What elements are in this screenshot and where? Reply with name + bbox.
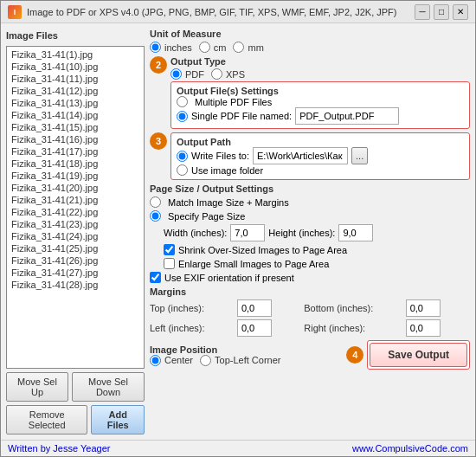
list-item[interactable]: Fizika_31-41(25).jpg xyxy=(9,242,142,254)
enlarge-checkbox[interactable] xyxy=(164,258,175,269)
write-path-input[interactable] xyxy=(253,147,348,164)
list-item[interactable]: Fizika_31-41(26).jpg xyxy=(9,254,142,267)
shrink-checkbox[interactable] xyxy=(164,244,175,255)
unit-mm-radio[interactable] xyxy=(233,42,244,53)
move-sel-down-button[interactable]: Move Sel Down xyxy=(72,372,145,402)
list-item[interactable]: Fizika_31-41(15).jpg xyxy=(9,121,142,133)
close-button[interactable]: ✕ xyxy=(453,4,468,20)
specify-page-radio[interactable] xyxy=(150,210,161,222)
write-files-label: Write Files to: xyxy=(191,151,249,161)
output-files-label: Output File(s) Settings xyxy=(177,86,464,96)
margins-section: Margins Top (inches): Bottom (inches): L… xyxy=(150,286,470,337)
unit-inches-label: inches xyxy=(164,42,192,53)
unit-cm-label: cm xyxy=(214,42,227,53)
right-margin-input[interactable] xyxy=(406,319,441,337)
main-window: I Image to PDF or XPS v4.0 (JPG, PNG, BM… xyxy=(0,0,476,457)
exif-label: Use EXIF orientation if present xyxy=(164,273,294,283)
width-input[interactable] xyxy=(230,224,265,241)
list-item[interactable]: Fizika_31-41(11).jpg xyxy=(9,73,142,85)
minimize-button[interactable]: ─ xyxy=(415,4,430,20)
list-item[interactable]: Fizika_31-41(19).jpg xyxy=(9,170,142,182)
list-item[interactable]: Fizika_31-41(22).jpg xyxy=(9,206,142,218)
move-sel-up-button[interactable]: Move Sel Up xyxy=(6,372,68,402)
unit-label: Unit of Measure xyxy=(150,29,470,39)
unit-inches-radio[interactable] xyxy=(150,42,161,53)
output-xps-label: XPS xyxy=(226,69,245,80)
height-input[interactable] xyxy=(338,224,373,241)
top-left-radio[interactable] xyxy=(200,355,211,366)
list-item[interactable]: Fizika_31-41(10).jpg xyxy=(9,61,142,73)
top-label: Top (inches): xyxy=(150,303,235,313)
list-item[interactable]: Fizika_31-41(27).jpg xyxy=(9,267,142,279)
single-pdf-filename-input[interactable] xyxy=(295,107,399,125)
image-folder-radio[interactable] xyxy=(177,164,188,176)
list-item[interactable]: Fizika_31-41(28).jpg xyxy=(9,279,142,291)
list-item[interactable]: Fizika_31-41(21).jpg xyxy=(9,194,142,206)
list-item[interactable]: Fizika_31-41(16).jpg xyxy=(9,133,142,145)
footer: Written by Jesse Yeager www.CompulsiveCo… xyxy=(1,440,475,456)
remove-selected-button[interactable]: Remove Selected xyxy=(6,405,87,434)
center-radio[interactable] xyxy=(150,355,161,366)
author-link[interactable]: Written by Jesse Yeager xyxy=(8,443,110,454)
top-margin-input[interactable] xyxy=(237,299,272,317)
output-type-row: 2 Output Type PDF XPS xyxy=(150,56,470,129)
list-item[interactable]: Fizika_31-41(13).jpg xyxy=(9,97,142,109)
left-label: Left (inches): xyxy=(150,323,235,333)
multiple-pdf-radio[interactable] xyxy=(177,96,188,107)
unit-cm-radio[interactable] xyxy=(199,42,210,53)
specify-page-label: Specify Page Size xyxy=(168,211,245,222)
output-type-options-row: PDF XPS xyxy=(170,68,470,80)
image-position-wrap: Image Position Center Top-Left Corner xyxy=(150,344,343,366)
enlarge-row: Enlarge Small Images to Page Area xyxy=(150,258,470,269)
right-label: Right (inches): xyxy=(304,323,402,333)
write-files-radio[interactable] xyxy=(177,151,188,162)
shrink-label: Shrink Over-Sized Images to Page Area xyxy=(178,245,347,255)
left-margin-input[interactable] xyxy=(237,319,272,337)
window-title: Image to PDF or XPS v4.0 (JPG, PNG, BMP,… xyxy=(27,7,396,17)
exif-row: Use EXIF orientation if present xyxy=(150,272,470,283)
maximize-button[interactable]: □ xyxy=(434,4,449,20)
list-item[interactable]: Fizika_31-41(14).jpg xyxy=(9,109,142,121)
website-link[interactable]: www.CompulsiveCode.com xyxy=(352,443,468,454)
move-buttons-row: Move Sel Up Move Sel Down xyxy=(6,372,145,402)
page-dimensions-row: Width (inches): Height (inches): xyxy=(150,224,470,241)
save-output-button[interactable]: Save Output xyxy=(370,343,467,367)
list-item[interactable]: Fizika_31-41(24).jpg xyxy=(9,230,142,242)
right-panel: Unit of Measure inches cm mm xyxy=(150,29,470,434)
unit-options-row: inches cm mm xyxy=(150,42,470,53)
bottom-margin-input[interactable] xyxy=(406,299,441,317)
list-item[interactable]: Fizika_31-41(18).jpg xyxy=(9,158,142,170)
file-list[interactable]: Fizika_31-41(1).jpgFizika_31-41(10).jpgF… xyxy=(6,46,145,369)
single-pdf-radio[interactable] xyxy=(177,111,188,122)
write-files-row: Write Files to: ... xyxy=(177,147,464,164)
output-xps-radio[interactable] xyxy=(211,68,222,80)
list-item[interactable]: Fizika_31-41(17).jpg xyxy=(9,145,142,158)
list-item[interactable]: Fizika_31-41(20).jpg xyxy=(9,182,142,194)
output-pdf-group: PDF xyxy=(170,68,204,80)
output-path-section-wrap: Output Path Write Files to: ... Use imag… xyxy=(170,132,470,180)
save-button-wrapper: Save Output xyxy=(367,340,470,370)
output-type-section: Output Type PDF XPS Output File(s) xyxy=(170,56,470,129)
image-folder-label: Use image folder xyxy=(191,165,263,176)
exif-checkbox[interactable] xyxy=(150,272,161,283)
output-path-row: 3 Output Path Write Files to: ... Use im… xyxy=(150,132,470,180)
list-item[interactable]: Fizika_31-41(12).jpg xyxy=(9,85,142,97)
list-item[interactable]: Fizika_31-41(23).jpg xyxy=(9,218,142,230)
match-image-radio[interactable] xyxy=(150,196,161,208)
list-item[interactable]: Fizika_31-41(1).jpg xyxy=(9,48,142,61)
single-pdf-row: Single PDF File named: xyxy=(177,107,464,125)
margins-grid: Top (inches): Bottom (inches): Left (inc… xyxy=(150,299,470,337)
title-controls: ─ □ ✕ xyxy=(415,4,468,20)
specify-page-row: Specify Page Size xyxy=(150,210,470,222)
output-pdf-radio[interactable] xyxy=(170,68,182,80)
title-bar-left: I Image to PDF or XPS v4.0 (JPG, PNG, BM… xyxy=(8,5,396,19)
save-section: 4 Save Output xyxy=(346,340,470,370)
shrink-row: Shrink Over-Sized Images to Page Area xyxy=(150,244,470,255)
add-files-button[interactable]: Add Files xyxy=(91,405,145,434)
output-pdf-label: PDF xyxy=(185,69,204,80)
image-position-label: Image Position xyxy=(150,344,343,355)
output-path-label: Output Path xyxy=(177,137,464,147)
output-type-label: Output Type xyxy=(170,56,470,67)
browse-button[interactable]: ... xyxy=(351,147,368,164)
image-folder-row: Use image folder xyxy=(177,164,464,176)
